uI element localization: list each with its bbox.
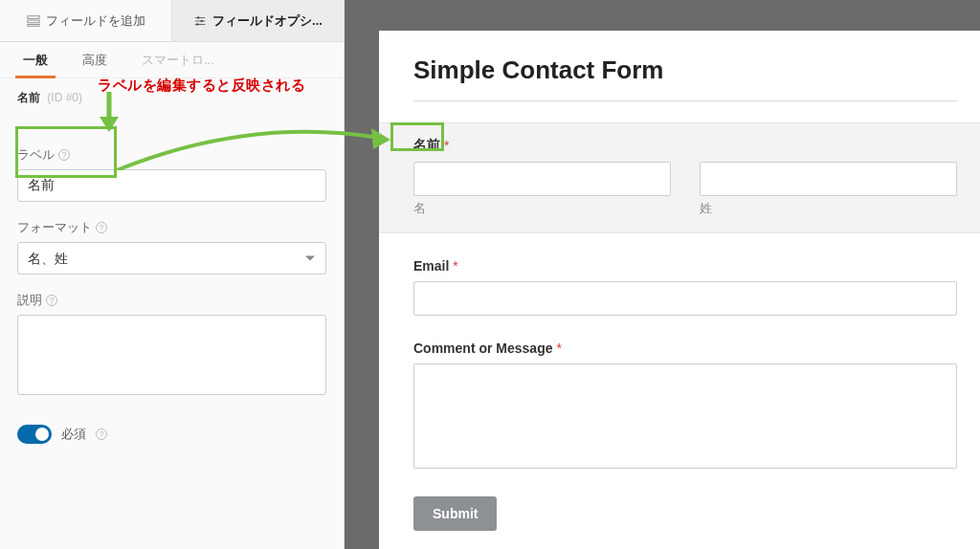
help-icon[interactable]: ? [58, 149, 70, 161]
comment-field-label-text: Comment or Message [413, 340, 552, 356]
comment-field-label: Comment or Message * [413, 340, 562, 356]
svg-point-8 [196, 23, 199, 26]
svg-rect-2 [27, 24, 38, 26]
form-canvas: Simple Contact Form 名前 * 名 姓 [345, 0, 980, 549]
submit-button[interactable]: Submit [413, 496, 497, 531]
last-name-col: 姓 [700, 162, 957, 217]
row-label: ラベル ? [17, 146, 326, 202]
first-name-col: 名 [413, 162, 671, 217]
sliders-icon [193, 14, 207, 28]
help-icon[interactable]: ? [46, 295, 57, 306]
format-select-wrap: 名、姓 [17, 242, 326, 274]
subtab-smart-logic[interactable]: スマートロ... [124, 42, 232, 77]
first-name-input[interactable] [413, 162, 671, 196]
row-required: 必須 ? [17, 425, 326, 444]
label-label-text: ラベル [17, 146, 55, 164]
grid-icon [27, 14, 40, 28]
name-two-col: 名 姓 [413, 162, 957, 217]
tab-add-field-label: フィールドを追加 [46, 12, 145, 30]
tab-field-options-label: フィールドオプシ... [212, 12, 323, 30]
tab-field-options[interactable]: フィールドオプシ... [172, 0, 344, 41]
svg-rect-0 [27, 15, 38, 18]
field-identity-id: (ID #0) [47, 91, 82, 104]
description-input[interactable] [17, 315, 326, 395]
required-asterisk: * [556, 340, 561, 356]
row-format: フォーマット ? 名、姓 [17, 219, 326, 274]
form-title: Simple Contact Form [413, 55, 957, 85]
svg-rect-1 [27, 20, 38, 23]
help-icon[interactable]: ? [96, 428, 107, 440]
row-description: 説明 ? [17, 292, 326, 398]
label-label: ラベル ? [17, 146, 326, 164]
required-label: 必須 [61, 426, 86, 443]
svg-point-6 [201, 19, 204, 22]
field-identity-name: 名前 [17, 91, 40, 104]
last-name-sublabel: 姓 [700, 200, 957, 217]
svg-point-4 [197, 16, 200, 19]
required-asterisk: * [453, 258, 457, 274]
tab-add-field[interactable]: フィールドを追加 [0, 0, 172, 41]
description-label-text: 説明 [17, 292, 42, 309]
description-label: 説明 ? [17, 292, 326, 309]
field-block-name[interactable]: 名前 * 名 姓 [379, 122, 980, 233]
comment-input[interactable] [413, 363, 957, 469]
name-field-label: 名前 * [413, 137, 449, 154]
panel-body: 名前 (ID #0) ラベル ? フォーマット ? 名、姓 [0, 78, 344, 444]
required-toggle[interactable] [17, 425, 52, 444]
help-icon[interactable]: ? [96, 222, 107, 233]
format-label-text: フォーマット [17, 219, 92, 236]
email-field-label: Email * [413, 258, 458, 274]
field-block-comment[interactable]: Comment or Message * [413, 340, 957, 472]
format-select[interactable]: 名、姓 [17, 242, 326, 274]
first-name-sublabel: 名 [413, 200, 671, 217]
subtab-general[interactable]: 一般 [6, 42, 65, 77]
divider [413, 100, 957, 101]
email-field-label-text: Email [413, 258, 449, 274]
label-input[interactable] [17, 169, 326, 202]
side-panel: フィールドを追加 フィールドオプシ... 一般 高度 スマートロ... 名前 (… [0, 0, 345, 549]
form-preview: Simple Contact Form 名前 * 名 姓 [379, 31, 980, 549]
format-label: フォーマット ? [17, 219, 326, 236]
required-asterisk: * [444, 138, 449, 153]
email-input[interactable] [413, 281, 957, 316]
subtab-advanced[interactable]: 高度 [65, 42, 124, 77]
field-identity: 名前 (ID #0) [17, 90, 326, 106]
sub-tabs: 一般 高度 スマートロ... [0, 42, 344, 78]
panel-tabs: フィールドを追加 フィールドオプシ... [0, 0, 344, 42]
name-field-label-text: 名前 [413, 137, 440, 154]
last-name-input[interactable] [700, 162, 957, 196]
field-block-email[interactable]: Email * [413, 258, 957, 316]
